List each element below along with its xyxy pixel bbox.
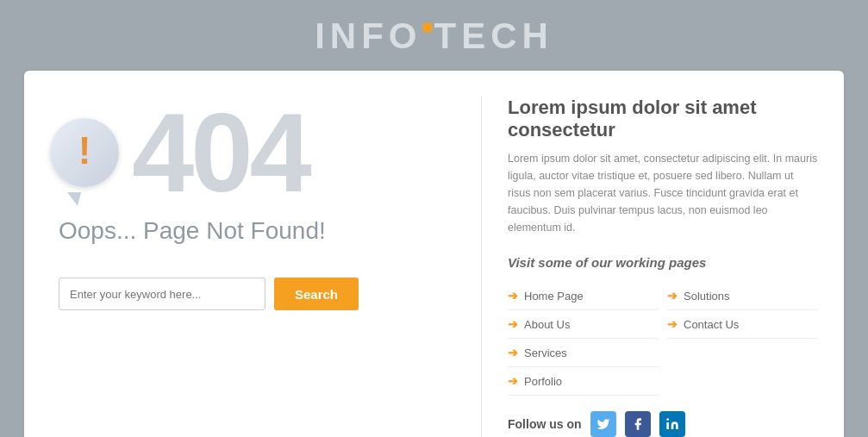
error-code: 404 xyxy=(132,97,309,209)
arrow-icon: ➔ xyxy=(508,289,518,303)
link-solutions[interactable]: ➔ Solutions xyxy=(667,282,818,310)
error-bubble: ! xyxy=(50,118,123,196)
search-area: Search xyxy=(59,278,359,310)
search-input[interactable] xyxy=(59,278,265,310)
right-title: Lorem ipsum dolor sit amet consectetur xyxy=(508,97,818,141)
link-services[interactable]: ➔ Services xyxy=(508,339,659,367)
svg-point-0 xyxy=(666,418,669,421)
link-porfolio[interactable]: ➔ Porfolio xyxy=(508,367,659,396)
bubble-tail xyxy=(67,192,81,206)
link-homepage[interactable]: ➔ Home Page xyxy=(508,282,659,310)
bubble-body: ! xyxy=(50,118,119,187)
link-label: Contact Us xyxy=(684,318,739,331)
header: INFOTECH xyxy=(0,0,868,71)
right-section: Lorem ipsum dolor sit amet consectetur L… xyxy=(490,97,818,437)
link-label: Services xyxy=(524,346,567,359)
right-description: Lorem ipsum dolor sit amet, consectetur … xyxy=(508,150,818,236)
link-label: Porfolio xyxy=(524,375,562,388)
working-pages-title: Visit some of our working pages xyxy=(508,255,818,270)
logo-dot xyxy=(422,22,433,33)
exclamation-icon: ! xyxy=(78,132,91,170)
main-card: ! 404 Oops... Page Not Found! Search Lor… xyxy=(24,71,844,437)
section-divider xyxy=(481,97,482,437)
arrow-icon: ➔ xyxy=(667,317,678,331)
follow-area: Follow us on xyxy=(508,411,818,437)
link-aboutus[interactable]: ➔ About Us xyxy=(508,310,659,339)
arrow-icon: ➔ xyxy=(508,346,518,359)
error-message: Oops... Page Not Found! xyxy=(59,217,326,245)
arrow-icon: ➔ xyxy=(508,374,518,388)
link-label: Home Page xyxy=(524,290,584,303)
arrow-icon: ➔ xyxy=(667,289,678,303)
search-button[interactable]: Search xyxy=(274,278,359,310)
twitter-icon[interactable] xyxy=(590,411,616,437)
follow-label: Follow us on xyxy=(508,417,582,431)
error-area: ! 404 xyxy=(50,97,309,209)
left-section: ! 404 Oops... Page Not Found! Search xyxy=(50,97,472,437)
facebook-icon[interactable] xyxy=(625,411,651,437)
link-label: Solutions xyxy=(684,290,729,303)
logo: INFOTECH xyxy=(315,16,553,57)
link-label: About Us xyxy=(524,318,570,331)
link-contactus[interactable]: ➔ Contact Us xyxy=(667,310,818,339)
links-grid: ➔ Home Page ➔ Solutions ➔ About Us ➔ Con… xyxy=(508,282,818,396)
arrow-icon: ➔ xyxy=(508,317,518,331)
linkedin-icon[interactable] xyxy=(659,411,685,437)
